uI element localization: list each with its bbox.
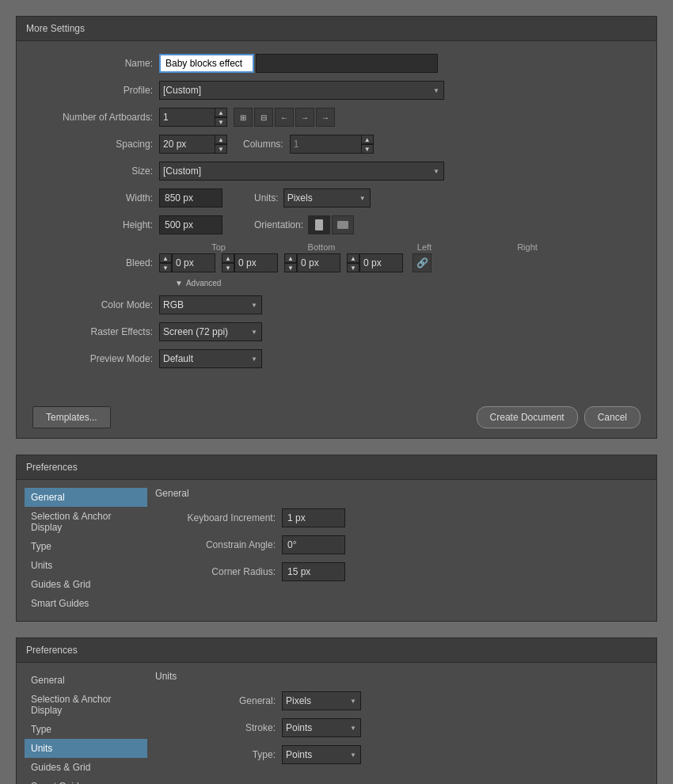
svg-rect-1 [337,221,348,229]
artboards-label: Number of Artboards: [32,112,159,123]
radius-input[interactable] [282,562,345,581]
sidebar-item-units[interactable]: Units [25,556,147,575]
columns-spinner: ▲ ▼ [290,135,374,154]
bleed-bottom-up[interactable]: ▲ [222,253,234,263]
sidebar-units-guides[interactable]: Guides & Grid [25,758,147,777]
bleed-right-arrows: ▲ ▼ [347,253,359,272]
units-type-row: Type: Points [155,745,648,764]
portrait-btn[interactable] [308,215,330,234]
prefs-units-sidebar: General Selection & Anchor Display Type … [25,671,147,784]
columns-down[interactable]: ▼ [361,144,374,154]
templates-button[interactable]: Templates... [32,406,111,428]
artboards-down[interactable]: ▼ [215,117,227,127]
bleed-top-input[interactable] [172,253,215,272]
bleed-left-up[interactable]: ▲ [284,253,297,263]
artboard-tools: ⊞ ⊟ ← → → [234,108,335,127]
columns-input[interactable] [290,135,361,154]
color-mode-select[interactable]: RGB [159,295,262,314]
profile-select[interactable]: [Custom] [159,81,444,100]
raster-effects-row: Raster Effects: Screen (72 ppi) [32,322,641,341]
angle-input[interactable] [282,535,345,554]
color-mode-select-wrapper: RGB [159,295,262,314]
cancel-button[interactable]: Cancel [584,406,641,428]
advanced-toggle[interactable]: ▼ Advanced [175,279,641,287]
sidebar-item-selection[interactable]: Selection & Anchor Display [25,507,147,537]
grid-row-btn[interactable]: ⊟ [254,108,273,127]
arrow-left-btn[interactable]: ← [275,108,294,127]
units-stroke-select[interactable]: Points [282,718,361,737]
prefs-units-section-title: Units [155,671,648,682]
sidebar-units-guides-label: Guides & Grid [31,762,90,773]
sidebar-units-label: Units [31,560,52,571]
prefs-units-body: General Selection & Anchor Display Type … [17,663,656,784]
spacing-row: Spacing: ▲ ▼ Columns: ▲ ▼ [32,135,641,154]
sidebar-units-smart-guides-label: Smart Guides [31,781,89,784]
bleed-right-up[interactable]: ▲ [347,253,359,263]
bleed-lock-btn[interactable]: 🔗 [413,253,432,272]
profile-select-wrapper: [Custom] [159,81,444,100]
keyboard-input[interactable] [282,508,345,527]
arrow-r2-btn[interactable]: → [316,108,335,127]
units-label: Units: [254,192,279,204]
bleed-right-down[interactable]: ▼ [347,263,359,272]
width-input[interactable] [159,188,222,207]
preview-mode-select[interactable]: Default [159,349,262,368]
bleed-bottom-input[interactable] [234,253,278,272]
arrow-right-btn[interactable]: → [295,108,314,127]
columns-up[interactable]: ▲ [361,135,374,144]
prefs-units-title: Preferences [26,645,78,656]
sidebar-units-units[interactable]: Units [25,739,147,758]
orientation-buttons [308,215,354,234]
units-type-select[interactable]: Points [282,745,361,764]
units-select-wrapper: Pixels [283,188,371,207]
artboards-input[interactable] [159,108,215,127]
sidebar-item-type[interactable]: Type [25,537,147,556]
size-select[interactable]: [Custom] [159,162,444,181]
size-row: Size: [Custom] [32,162,641,181]
artboards-up[interactable]: ▲ [215,108,227,117]
size-select-wrapper: [Custom] [159,162,444,181]
preview-mode-select-wrapper: Default [159,349,262,368]
bleed-right-input[interactable] [359,253,403,272]
bleed-top-down[interactable]: ▼ [159,263,172,272]
preferences-general-panel: Preferences General Selection & Anchor D… [16,455,657,622]
bleed-bottom-down[interactable]: ▼ [222,263,234,272]
dialog-footer: Templates... Create Document Cancel [17,397,656,438]
bleed-top-up[interactable]: ▲ [159,253,172,263]
sidebar-selection-label: Selection & Anchor Display [31,511,111,533]
raster-effects-select[interactable]: Screen (72 ppi) [159,322,262,341]
name-input[interactable] [159,54,254,73]
bleed-left-down[interactable]: ▼ [284,263,297,272]
columns-label: Columns: [243,139,283,150]
grid-4-btn[interactable]: ⊞ [234,108,253,127]
sidebar-units-selection[interactable]: Selection & Anchor Display [25,690,147,720]
name-extra-input[interactable] [256,54,438,73]
units-type-label: Type: [155,749,282,760]
name-label: Name: [32,58,159,69]
prefs-units-titlebar: Preferences [17,638,656,663]
spacing-up[interactable]: ▲ [215,135,227,144]
sidebar-item-smart-guides[interactable]: Smart Guides [25,594,147,613]
raster-effects-select-wrapper: Screen (72 ppi) [159,322,262,341]
sidebar-units-type[interactable]: Type [25,720,147,739]
sidebar-item-guides[interactable]: Guides & Grid [25,575,147,594]
artboards-arrows: ▲ ▼ [215,108,227,127]
landscape-btn[interactable] [332,215,354,234]
bleed-label: Bleed: [32,257,159,268]
sidebar-units-general[interactable]: General [25,671,147,690]
sidebar-units-smart-guides[interactable]: Smart Guides [25,777,147,784]
height-input[interactable] [159,215,222,234]
units-general-row: General: Pixels [155,691,648,710]
spacing-input[interactable] [159,135,215,154]
create-document-button[interactable]: Create Document [477,406,578,428]
color-mode-row: Color Mode: RGB [32,295,641,314]
artboards-row: Number of Artboards: ▲ ▼ ⊞ ⊟ ← → → [32,108,641,127]
spacing-down[interactable]: ▼ [215,144,227,154]
keyboard-row: Keyboard Increment: [155,508,648,527]
bleed-left-input[interactable] [297,253,340,272]
units-general-select[interactable]: Pixels [282,691,361,710]
dialog-content: Name: Profile: [Custom] Number of Artboa… [17,41,656,389]
units-select[interactable]: Pixels [283,188,371,207]
sidebar-item-general[interactable]: General [25,488,147,507]
dialog-title: More Settings [26,23,85,34]
